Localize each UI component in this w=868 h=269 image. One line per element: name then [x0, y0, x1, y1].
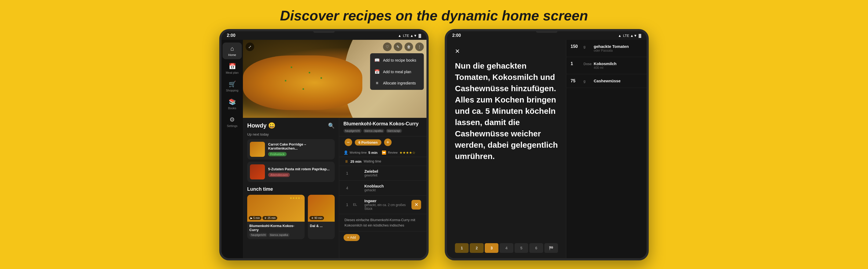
feed-area: Howdy 😀 🔍 Up next today Carrot Cake Porr… [243, 118, 427, 258]
recipe-hero: ⤢ ♡ ✎ 🗑 ⋮ 📖 Add to recipe books [243, 40, 427, 118]
lte-icon-right: LTE ▲▼ [623, 34, 637, 38]
side-ingr-name-1: gehackte Tomaten [594, 44, 642, 49]
recipe-time-badges: ▶ 5 min ⏸ 25 min [249, 216, 277, 220]
add-to-recipe-books-item[interactable]: 📖 Add to recipe books [370, 54, 424, 66]
allocate-ingredients-label: Allocate ingredients [383, 81, 416, 85]
wifi-icon-right: ▲ [618, 34, 621, 38]
pause-icon: ⏸ [345, 159, 348, 164]
ingredients-side-panel: 150 g gehackte Tomaten oder Passata 1 Do… [566, 40, 647, 258]
meal-info-breakfast: Carrot Cake Porridge – Karottenkuchen...… [268, 142, 332, 156]
recipe-card-body-dal: Dal & ... [308, 222, 335, 231]
meal-card-dinner[interactable]: 5-Zutaten Pasta mit rotem Paprikap... Ab… [247, 162, 335, 182]
recipe-tag-hauptgericht: hauptgericht [344, 129, 362, 133]
close-button[interactable]: ✕ [455, 48, 558, 55]
ingredients-list: 1 Zwiebel gewürfelt 4 [339, 166, 427, 214]
hero-top-left: ⤢ [246, 43, 254, 51]
portion-minus-button[interactable]: − [345, 138, 352, 146]
step-button-6[interactable]: 6 [529, 243, 543, 253]
add-to-books-label: Add to recipe books [383, 58, 416, 62]
status-time-right: 2:00 [452, 33, 461, 38]
side-ingr-unit-2: Dose [584, 61, 592, 66]
greeting-text: Howdy 😀 [247, 122, 275, 129]
time-badge-2: ⏸ 25 min [262, 216, 277, 220]
time-badge-1: ▶ 5 min [249, 216, 261, 220]
tablet-left: 2:00 ▲ LTE ▲▼ ▓ ⌂ Home 📅 Meal plan 🛒 [219, 29, 429, 260]
step-button-4[interactable]: 4 [499, 243, 513, 253]
sidebar-item-meal-plan[interactable]: 📅 Meal plan [222, 60, 242, 77]
step-button-3[interactable]: 3 [485, 243, 498, 253]
ingredient-unit-3: EL [353, 203, 361, 207]
tag-hauptgericht: hauptgericht [249, 233, 267, 237]
camera-notch [313, 31, 335, 33]
ingredient-info-2: Knoblauch gehackt [365, 184, 422, 192]
side-ingredient-3: 75 g Cashewnüsse [566, 74, 647, 88]
ingredient-action-3[interactable]: ✕ [411, 200, 421, 210]
person-icon: 👤 [344, 151, 348, 155]
delete-button[interactable]: 🗑 [404, 43, 413, 51]
recipe-card-tags-curry: hauptgericht bianca zapatka [249, 233, 303, 237]
add-to-meal-plan-item[interactable]: 📅 Add to meal plan [370, 66, 424, 78]
sidebar-item-home[interactable]: ⌂ Home [222, 43, 242, 59]
step-button-2[interactable]: 2 [470, 243, 484, 253]
favorite-button[interactable]: ♡ [383, 43, 392, 51]
battery-icon-right: ▓ [639, 34, 641, 38]
meal-badge-dinner: Abendessen [268, 173, 290, 177]
step-button-5[interactable]: 5 [515, 243, 528, 253]
sidebar-item-shopping[interactable]: 🛒 Shopping [222, 78, 242, 95]
working-time-item: 👤 Working time 5 min [344, 151, 378, 155]
ingredient-detail-3: gehackt, ein ca. 2 cm großes Stück [365, 203, 408, 211]
portion-plus-button[interactable]: + [384, 138, 392, 146]
tablets-wrapper: 2:00 ▲ LTE ▲▼ ▓ ⌂ Home 📅 Meal plan 🛒 [0, 29, 868, 260]
ingredient-row-2: 4 Knoblauch gehackt [339, 181, 427, 195]
meal-name-dinner: 5-Zutaten Pasta mit rotem Paprikap... [268, 167, 332, 171]
recipe-tag-bianca: bianca zapatka [363, 129, 384, 133]
time-info-row: 👤 Working time 5 min ⏩ Review ★★★★☆ [339, 148, 427, 157]
books-icon: 📚 [229, 99, 236, 105]
ingredient-info-1: Zwiebel gewürfelt [365, 169, 422, 177]
recipe-description: Dieses einfache Blumenkohl-Korma-Curry m… [339, 214, 427, 231]
step-button-finish[interactable]: 🏁 [544, 243, 558, 253]
recipe-full-view: ✕ Nun die gehackten Tomaten, Kokosmilch … [447, 40, 647, 258]
meal-thumbnail-breakfast [250, 142, 265, 157]
meal-plan-icon: 📅 [229, 63, 236, 70]
recipe-tag-biancazapi: biancazapi [386, 129, 402, 133]
herb-decoration [309, 72, 310, 74]
status-icons-right: ▲ LTE ▲▼ ▓ [618, 34, 641, 38]
feed-header: Howdy 😀 🔍 [247, 122, 335, 129]
edit-button[interactable]: ✎ [394, 43, 402, 51]
side-ingr-amount-1: 150 [570, 44, 581, 49]
status-icons-left: ▲ LTE ▲▼ ▓ [398, 34, 421, 38]
side-ingr-sub-1: oder Passata [594, 49, 642, 52]
dal-time-badges: ⏸ 90 min [309, 216, 324, 220]
side-ingredient-1: 150 g gehackte Tomaten oder Passata [566, 40, 647, 57]
sidebar-item-settings[interactable]: ⚙ Settings [222, 113, 242, 130]
sidebar-label-meal-plan: Meal plan [226, 71, 239, 74]
ingredient-row-1: 1 Zwiebel gewürfelt [339, 166, 427, 181]
recipe-card-dal[interactable]: ⏸ 90 min Dal & ... [308, 195, 335, 239]
portion-display: 6 Portionen [355, 139, 382, 145]
ingredient-info-3: Ingwer gehackt, ein ca. 2 cm großes Stüc… [365, 199, 408, 211]
sidebar-item-books[interactable]: 📚 Books [222, 96, 242, 112]
ingredient-detail-2: gehackt [365, 188, 422, 192]
search-button[interactable]: 🔍 [328, 123, 335, 129]
stars-display: ★★★★☆ [399, 151, 415, 155]
expand-button[interactable]: ⤢ [246, 43, 254, 51]
step-button-1[interactable]: 1 [455, 243, 469, 253]
meal-card-breakfast[interactable]: Carrot Cake Porridge – Karottenkuchen...… [247, 139, 335, 160]
ingredient-detail-1: gewürfelt [365, 173, 422, 177]
recipe-card-curry[interactable]: ▶ 5 min ⏸ 25 min ★★★★☆ Blumenkohl-Korma … [247, 195, 305, 239]
side-ingr-name-area-2: Kokosmilch 400 ml [594, 61, 642, 70]
waiting-time-label: Waiting time [364, 160, 381, 163]
working-time-value: 5 min [368, 151, 377, 155]
add-ingredient-button[interactable]: + Add [344, 234, 360, 241]
review-label: Review [388, 151, 398, 154]
more-options-button[interactable]: ⋮ [415, 43, 424, 51]
curry-visual-area [243, 55, 362, 110]
status-time-left: 2:00 [227, 33, 236, 38]
side-ingr-unit-1: g [584, 44, 592, 49]
allocate-ingredients-item[interactable]: ≡ Allocate ingredients [370, 78, 424, 89]
herb-decoration [285, 80, 286, 81]
wifi-icon: ▲ [398, 34, 401, 38]
recipe-card-title-curry: Blumenkohl-Korma Kokos-Curry [249, 224, 303, 232]
waiting-time-value: 25 min [350, 160, 362, 164]
